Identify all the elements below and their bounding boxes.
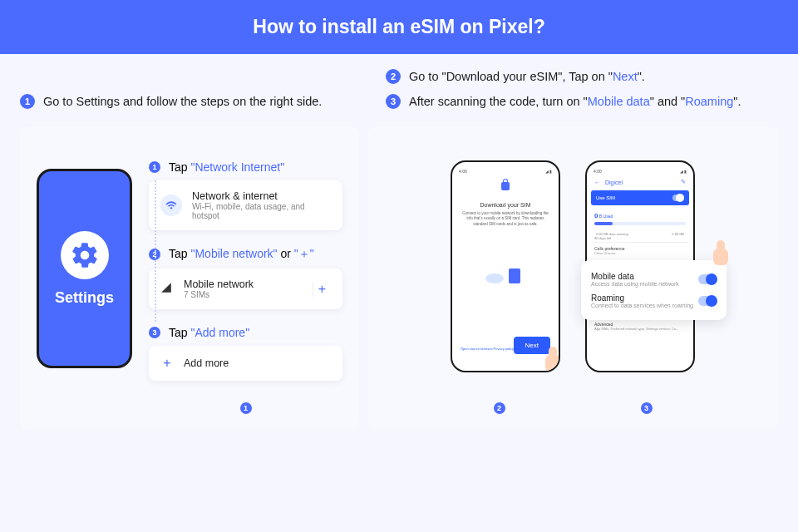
roaming-link: Roaming <box>685 95 733 108</box>
switch-icon <box>698 296 717 306</box>
status-icons: ◢ ▮ <box>545 169 552 174</box>
carrier-header: ← Digicel ✎ <box>591 177 689 190</box>
phone-settings-mock: Settings <box>37 169 132 368</box>
panel-right-footer-2: 2 <box>494 402 505 414</box>
gear-icon <box>61 231 109 279</box>
step-1: 1 Tap "Network Internet" Network & inter… <box>149 160 342 230</box>
mobile-data-link: Mobile data <box>588 95 650 108</box>
bullet-2: 2 <box>386 69 401 84</box>
switch-icon <box>698 274 717 284</box>
edit-icon[interactable]: ✎ <box>681 179 686 185</box>
status-icons: ◢ ▮ <box>680 169 687 174</box>
advanced-row[interactable]: Advanced App SIMs, Preferred network typ… <box>591 318 689 334</box>
hand-pointer-icon <box>542 347 560 372</box>
step-1-bullet: 1 <box>149 161 160 173</box>
usage-bar <box>594 222 686 225</box>
instruction-3: 3 After scanning the code, turn on "Mobi… <box>386 94 778 109</box>
use-sim-toggle[interactable]: Use SIM <box>591 190 689 205</box>
page-title: How to install an eSIM on Pixel? <box>253 16 544 38</box>
toggle-icon <box>672 195 684 201</box>
mobile-data-toggle[interactable]: Mobile data Access data using mobile net… <box>591 268 717 290</box>
add-more-card[interactable]: + Add more <box>149 346 342 381</box>
phone-download-sim: 4:00 ◢ ▮ Download your SIM Connect to yo… <box>451 160 560 372</box>
mobile-network-card[interactable]: Mobile network 7 SIMs + <box>149 268 342 309</box>
panels-container: Settings 1 Tap "Network Internet" Networ… <box>0 127 798 429</box>
panel-left: Settings 1 Tap "Network Internet" Networ… <box>20 127 359 429</box>
steps-column: 1 Tap "Network Internet" Network & inter… <box>149 160 342 414</box>
plus-button[interactable]: + <box>313 282 331 297</box>
instruction-1-text: Go to Settings and follow the steps on t… <box>43 95 322 108</box>
step-3-bullet: 3 <box>149 327 160 338</box>
instruction-2: 2 Go to "Download your eSIM", Tap on "Ne… <box>386 69 778 84</box>
download-illustration <box>480 259 530 296</box>
bullet-1: 1 <box>20 94 35 109</box>
instructions-row: 1 Go to Settings and follow the steps on… <box>0 54 798 127</box>
step-3: 3 Tap "Add more" + Add more <box>149 326 342 381</box>
download-sim-title: Download your SIM <box>461 202 549 208</box>
download-sim-desc: Connect to your mobile network by downlo… <box>461 211 549 227</box>
panel-right: 4:00 ◢ ▮ Download your SIM Connect to yo… <box>367 127 778 429</box>
mobile-data-popup: Mobile data Access data using mobile net… <box>581 260 727 320</box>
network-internet-card[interactable]: Network & internet Wi-Fi, mobile, data u… <box>149 180 342 230</box>
instruction-1: 1 Go to Settings and follow the steps on… <box>20 94 352 109</box>
calls-preference-row[interactable]: Calls preference China Unicom <box>591 242 689 259</box>
panel-left-footer-num: 1 <box>240 402 252 414</box>
page-header: How to install an eSIM on Pixel? <box>0 0 798 54</box>
step-2: 2 Tap "Mobile network" or "＋" Mobile net… <box>149 247 342 309</box>
dotted-connector <box>155 180 156 322</box>
next-link: Next <box>613 70 638 83</box>
panel-right-footer-3: 3 <box>641 402 653 414</box>
plus-icon: + <box>160 356 174 371</box>
signal-icon <box>160 282 174 296</box>
lock-icon <box>501 182 510 190</box>
settings-label: Settings <box>55 289 114 307</box>
back-arrow-icon[interactable]: ← <box>594 180 600 185</box>
wifi-icon <box>160 195 182 216</box>
hand-pointer-icon <box>710 240 733 268</box>
license-links[interactable]: Open source licenses Privacy policy <box>461 347 514 351</box>
bullet-3: 3 <box>386 94 401 109</box>
roaming-toggle[interactable]: Roaming Connect to data services when ro… <box>591 290 717 312</box>
